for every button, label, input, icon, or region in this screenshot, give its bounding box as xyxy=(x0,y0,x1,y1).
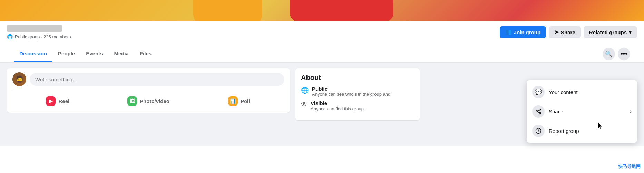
chevron-down-icon: ▾ xyxy=(629,29,632,35)
tab-people[interactable]: People xyxy=(52,46,80,62)
about-box: About 🌐 Public Anyone can see who's in t… xyxy=(295,68,420,120)
share-dropdown-icon xyxy=(532,105,545,118)
header-actions: 👥 Join group ➤ Share Related groups ▾ xyxy=(500,25,637,38)
join-group-button[interactable]: 👥 Join group xyxy=(500,26,546,38)
globe-icon: 🌐 xyxy=(7,34,13,39)
avatar-image: 🧔 xyxy=(12,72,26,86)
svg-line-4 xyxy=(537,110,539,111)
left-column: 🧔 ▶ Reel 🖼 Photo/video 📊 Poll xyxy=(7,68,290,140)
public-icon: 🌐 xyxy=(301,86,309,94)
tabs-row: Discussion People Events Media Files 🔍 •… xyxy=(7,46,637,62)
tab-events[interactable]: Events xyxy=(80,46,108,62)
share-button[interactable]: ➤ Share xyxy=(549,26,581,38)
group-title-row: 🌐 Public group · 225 members 👥 Join grou… xyxy=(7,25,637,44)
group-meta-text: Public group · 225 members xyxy=(15,34,71,39)
write-post-actions: ▶ Reel 🖼 Photo/video 📊 Poll xyxy=(12,90,284,109)
report-group-label: Report group xyxy=(549,128,579,134)
dropdown-item-left-share: Share xyxy=(532,105,563,118)
more-options-button[interactable]: ••• xyxy=(618,48,630,60)
poll-icon: 📊 xyxy=(228,96,238,106)
visible-desc: Anyone can find this group. xyxy=(311,106,365,111)
tabs-right: 🔍 ••• xyxy=(603,48,630,60)
public-desc: Anyone can see who's in the group and xyxy=(312,92,390,97)
poll-button[interactable]: 📊 Poll xyxy=(194,93,284,109)
share-label: Share xyxy=(561,29,575,35)
write-post-box: 🧔 ▶ Reel 🖼 Photo/video 📊 Poll xyxy=(7,68,290,113)
dropdown-item-left-report: Report group xyxy=(532,125,579,137)
dropdown-menu: 💬 Your content Share › xyxy=(527,80,637,143)
about-public-text: Public Anyone can see who's in the group… xyxy=(312,86,390,97)
public-title: Public xyxy=(312,86,390,92)
share-dropdown-label: Share xyxy=(549,109,563,115)
tabs-left: Discussion People Events Media Files xyxy=(14,46,157,62)
dropdown-item-share[interactable]: Share › xyxy=(527,102,637,121)
tab-files[interactable]: Files xyxy=(134,46,157,62)
cover-image xyxy=(0,0,644,21)
dropdown-item-report-group[interactable]: Report group xyxy=(527,121,637,140)
photo-label: Photo/video xyxy=(140,98,169,104)
about-visible-item: 👁 Visible Anyone can find this group. xyxy=(301,100,414,111)
avatar: 🧔 xyxy=(12,72,26,86)
group-meta: 🌐 Public group · 225 members xyxy=(7,34,71,39)
visible-title: Visible xyxy=(311,100,365,106)
about-visible-text: Visible Anyone can find this group. xyxy=(311,100,365,111)
right-column: About 🌐 Public Anyone can see who's in t… xyxy=(295,68,420,140)
photo-icon: 🖼 xyxy=(127,96,137,106)
write-post-top: 🧔 xyxy=(12,72,284,86)
more-icon: ••• xyxy=(621,51,627,58)
svg-line-3 xyxy=(537,112,539,113)
share-chevron-icon: › xyxy=(630,108,632,115)
reel-icon: ▶ xyxy=(46,96,56,106)
about-public-item: 🌐 Public Anyone can see who's in the gro… xyxy=(301,86,414,97)
dropdown-item-your-content[interactable]: 💬 Your content xyxy=(527,82,637,102)
visible-icon: 👁 xyxy=(301,101,307,108)
related-label: Related groups xyxy=(589,29,627,35)
report-icon xyxy=(532,125,545,137)
group-header: 🌐 Public group · 225 members 👥 Join grou… xyxy=(0,21,644,63)
share-icon: ➤ xyxy=(554,29,559,35)
your-content-label: Your content xyxy=(549,89,578,95)
search-icon: 🔍 xyxy=(605,50,613,58)
about-title: About xyxy=(301,74,414,82)
reel-label: Reel xyxy=(58,98,69,104)
reel-button[interactable]: ▶ Reel xyxy=(12,93,103,109)
group-info: 🌐 Public group · 225 members xyxy=(7,25,71,44)
related-groups-button[interactable]: Related groups ▾ xyxy=(584,26,637,38)
write-post-input[interactable] xyxy=(30,73,284,86)
group-name xyxy=(7,25,62,32)
search-button[interactable]: 🔍 xyxy=(603,48,615,60)
your-content-icon: 💬 xyxy=(532,86,545,98)
poll-label: Poll xyxy=(241,98,250,104)
join-label: Join group xyxy=(514,29,541,35)
join-icon: 👥 xyxy=(505,29,512,35)
tab-discussion[interactable]: Discussion xyxy=(14,46,52,62)
dropdown-item-left-your-content: 💬 Your content xyxy=(532,86,578,98)
photo-video-button[interactable]: 🖼 Photo/video xyxy=(103,93,194,109)
tab-media[interactable]: Media xyxy=(108,46,134,62)
